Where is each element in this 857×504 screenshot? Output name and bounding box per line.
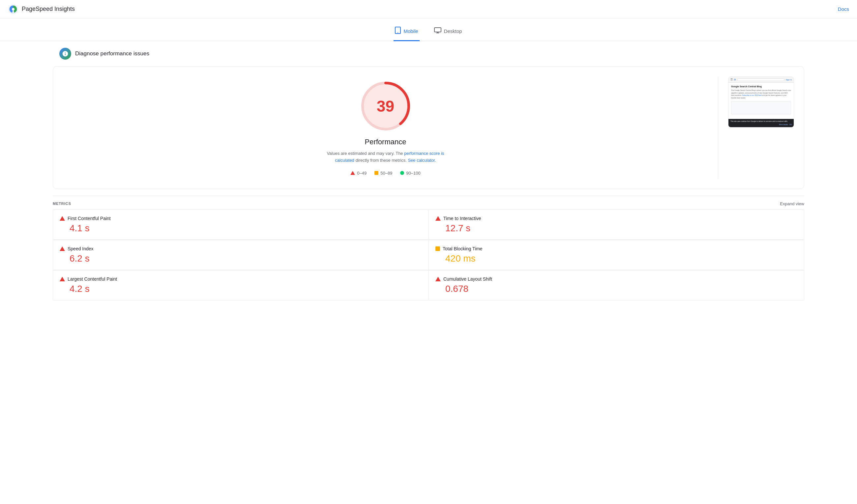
cookie-banner: This site uses cookies from Google to de… [728, 119, 794, 127]
hamburger-icon: ☰ [730, 78, 733, 81]
desktop-icon [434, 27, 441, 35]
performance-label: Performance [365, 138, 406, 146]
legend-bad-range: 0–49 [357, 171, 367, 176]
diagnose-icon [59, 48, 71, 59]
legend-avg-range: 50–89 [380, 171, 392, 176]
google-logo: G [734, 79, 736, 81]
metric-value-tti: 12.7 s [435, 223, 797, 233]
svg-point-3 [398, 32, 398, 33]
legend-good-range: 90–100 [406, 171, 420, 176]
legend-item-average: 50–89 [374, 171, 392, 176]
metric-header-tbt: Total Blocking Time [435, 246, 797, 251]
metrics-label: METRICS [53, 202, 71, 206]
metric-cell-fcp: First Contentful Paint 4.1 s [53, 209, 428, 240]
metric-header-lcp: Largest Contentful Paint [60, 276, 422, 282]
svg-rect-4 [434, 28, 441, 32]
diagnose-section: Diagnose performance issues [0, 41, 857, 66]
red-triangle-icon-tti [435, 216, 441, 221]
screenshot-container: ☰ G Sign in Google Search Central Blog T… [728, 76, 794, 127]
red-triangle-icon-si [60, 246, 65, 251]
screenshot-header: ☰ G Sign in [728, 77, 794, 83]
screenshot-body-text: The Google Search Central Blog is where … [731, 89, 791, 99]
header: PageSpeed Insights Docs [0, 0, 857, 18]
app-title: PageSpeed Insights [22, 5, 75, 13]
performance-desc: Values are estimated and may vary. The p… [323, 150, 448, 164]
screenshot-body: Google Search Central Blog The Google Se… [728, 83, 794, 119]
metrics-header: METRICS Expand view [53, 196, 804, 209]
red-triangle-icon-cls [435, 277, 441, 281]
tabs-container: Mobile Desktop [0, 18, 857, 41]
metric-name-si: Speed Index [68, 246, 94, 251]
legend-square-icon [374, 171, 379, 175]
metric-header-tti: Time to Interactive [435, 216, 797, 221]
legend: 0–49 50–89 90–100 [350, 171, 420, 176]
section-divider [718, 76, 718, 179]
cookie-ok[interactable]: OK [789, 123, 792, 126]
calculator-link[interactable]: See calculator. [408, 158, 436, 163]
diagnose-title: Diagnose performance issues [75, 50, 149, 57]
metric-name-lcp: Largest Contentful Paint [68, 276, 117, 282]
screenshot-mockup: ☰ G Sign in Google Search Central Blog T… [728, 77, 794, 127]
metric-header-cls: Cumulative Layout Shift [435, 276, 797, 282]
screenshot-table [731, 101, 791, 114]
metric-header-si: Speed Index [60, 246, 422, 251]
search-bar-mockup [737, 79, 784, 81]
score-number: 39 [377, 97, 394, 115]
tab-desktop-label: Desktop [444, 28, 462, 34]
red-triangle-icon-lcp [60, 277, 65, 281]
tab-mobile[interactable]: Mobile [393, 24, 419, 41]
red-triangle-icon-fcp [60, 216, 65, 221]
signin-text: Sign in [786, 79, 792, 81]
metric-name-tbt: Total Blocking Time [443, 246, 483, 251]
metric-cell-lcp: Largest Contentful Paint 4.2 s [53, 270, 428, 300]
metric-value-lcp: 4.2 s [60, 284, 422, 294]
pagespeed-logo [8, 4, 18, 15]
orange-square-icon-tbt [435, 246, 440, 251]
metric-name-tti: Time to Interactive [443, 216, 481, 221]
svg-point-1 [12, 8, 15, 11]
tab-desktop[interactable]: Desktop [433, 24, 464, 41]
blog-title: Google Search Central Blog [731, 85, 791, 88]
cookie-more-details[interactable]: More details [779, 123, 788, 126]
mobile-icon [395, 27, 401, 36]
desc-text-2: directly from these metrics. [354, 158, 408, 163]
cookie-text: This site uses cookies from Google to de… [730, 120, 792, 123]
metric-name-fcp: First Contentful Paint [68, 216, 111, 221]
main-card: 39 Performance Values are estimated and … [53, 66, 804, 189]
metric-value-tbt: 420 ms [435, 253, 797, 264]
score-section: 39 Performance Values are estimated and … [63, 76, 794, 179]
legend-circle-icon [400, 171, 404, 175]
metric-value-si: 6.2 s [60, 253, 422, 264]
expand-view-button[interactable]: Expand view [780, 201, 804, 206]
cookie-buttons: More details OK [730, 123, 792, 126]
logo: PageSpeed Insights [8, 4, 75, 15]
metric-cell-cls: Cumulative Layout Shift 0.678 [428, 270, 804, 300]
legend-item-good: 90–100 [400, 171, 420, 176]
metric-cell-si: Speed Index 6.2 s [53, 240, 428, 270]
metric-value-cls: 0.678 [435, 284, 797, 294]
metric-value-fcp: 4.1 s [60, 223, 422, 233]
legend-item-bad: 0–49 [350, 171, 367, 176]
metrics-grid: First Contentful Paint 4.1 s Time to Int… [53, 209, 804, 300]
desc-text-1: Values are estimated and may vary. The [327, 151, 404, 156]
score-left: 39 Performance Values are estimated and … [63, 76, 708, 179]
metric-cell-tti: Time to Interactive 12.7 s [428, 209, 804, 240]
metric-header-fcp: First Contentful Paint [60, 216, 422, 221]
score-circle: 39 [359, 80, 412, 133]
tab-mobile-label: Mobile [403, 28, 418, 34]
metric-name-cls: Cumulative Layout Shift [443, 276, 492, 282]
legend-triangle-icon [350, 171, 355, 175]
docs-link[interactable]: Docs [838, 6, 849, 12]
metric-cell-tbt: Total Blocking Time 420 ms [428, 240, 804, 270]
